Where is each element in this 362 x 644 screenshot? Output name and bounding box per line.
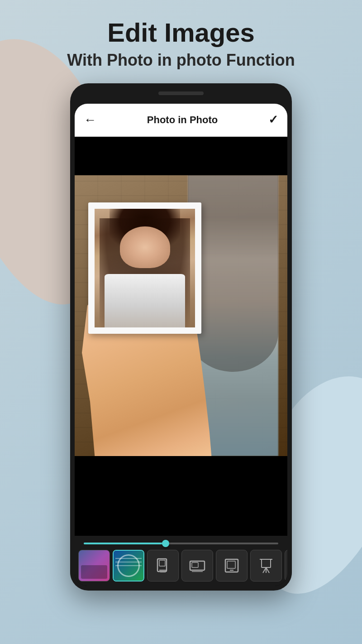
toolbar-icon-7[interactable] (285, 550, 287, 582)
landscape-frame-icon (187, 556, 207, 576)
frame-photo-face (120, 226, 170, 268)
toolbar-icon-4[interactable] (181, 550, 213, 582)
svg-rect-2 (159, 560, 165, 566)
confirm-button[interactable]: ✓ (268, 113, 278, 127)
svg-line-13 (266, 567, 269, 573)
svg-rect-8 (227, 561, 235, 568)
toolbar-icon-1[interactable] (78, 550, 110, 582)
screen-title: Photo in Photo (147, 114, 218, 126)
svg-rect-10 (262, 559, 271, 567)
main-image-area[interactable] (75, 175, 287, 456)
sub-title: With Photo in photo Function (67, 51, 295, 70)
frame-photo-bg (95, 209, 195, 327)
frame-photo-body (105, 274, 185, 327)
svg-line-12 (263, 567, 266, 573)
toolbar-icon-3[interactable] (147, 550, 179, 582)
slider-container (75, 543, 287, 544)
portrait-frame-icon (153, 556, 173, 576)
slider-fill (84, 543, 166, 544)
page-content: Edit Images With Photo in photo Function… (0, 0, 362, 644)
header-section: Edit Images With Photo in photo Function (67, 0, 295, 70)
slider-track[interactable] (84, 543, 278, 544)
easel-icon (256, 556, 276, 576)
app-screen: ← Photo in Photo ✓ (75, 104, 287, 586)
toolbar-icon-2[interactable] (113, 550, 144, 582)
main-title: Edit Images (67, 18, 295, 47)
bottom-toolbar (75, 536, 287, 586)
phone-speaker (158, 91, 204, 95)
slider-thumb[interactable] (162, 540, 169, 547)
photo-frame (88, 202, 201, 334)
black-spacer-bottom (75, 456, 287, 483)
square-frame-icon (222, 556, 242, 576)
back-button[interactable]: ← (84, 113, 96, 127)
black-spacer-top (75, 137, 287, 157)
phone-frame: ← Photo in Photo ✓ (70, 83, 292, 591)
app-topbar: ← Photo in Photo ✓ (75, 104, 287, 136)
svg-rect-6 (192, 562, 198, 567)
toolbar-icon-5[interactable] (216, 550, 248, 582)
toolbar-icon-6[interactable] (250, 550, 282, 582)
door-shadow (188, 175, 278, 372)
icons-strip (75, 550, 287, 582)
